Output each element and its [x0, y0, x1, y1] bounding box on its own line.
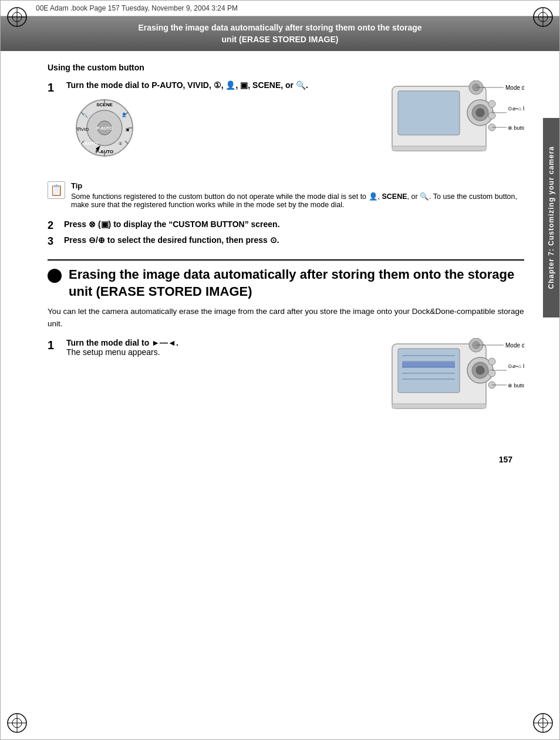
svg-point-41 — [476, 109, 484, 117]
svg-text:🔍: 🔍 — [83, 113, 88, 118]
corner-decoration-tr — [525, 5, 555, 35]
major-section-header: Erasing the image data automatically aft… — [48, 259, 524, 300]
page-number-area: 157 — [1, 449, 559, 476]
corner-decoration-tl — [5, 5, 35, 35]
svg-rect-70 — [392, 404, 486, 408]
corner-decoration-bl — [5, 705, 35, 735]
svg-text:Mode dial: Mode dial — [505, 342, 524, 349]
svg-text:①: ① — [119, 141, 122, 146]
svg-point-67 — [488, 358, 495, 365]
svg-text:P-AUTO: P-AUTO — [97, 126, 113, 130]
corner-decoration-br — [525, 705, 555, 735]
svg-text:P-AUTO: P-AUTO — [80, 141, 98, 146]
camera-diagram-bottom: Mode dial ⊙⌀⌁⌂ buttons ⊗ button — [389, 338, 524, 429]
svg-text:⊙⌀⌁⌂ buttons: ⊙⌀⌁⌂ buttons — [508, 363, 524, 369]
step1-camera-image: Mode dial ⊙⌀⌁⌂ button ⊗ button — [310, 80, 524, 173]
camera-diagram-top: Mode dial ⊙⌀⌁⌂ button ⊗ button — [389, 80, 524, 171]
header-line2: unit (ERASE STORED IMAGE) — [48, 34, 512, 46]
file-info-bar: 00E Adam .book Page 157 Tuesday, Novembe… — [1, 1, 559, 16]
step1-text-area: 1 Turn the mode dial to P-AUTO, VIVID, ①… — [48, 80, 310, 162]
svg-text:⊙⌀⌁⌂ button: ⊙⌀⌁⌂ button — [508, 106, 524, 111]
section2-step1-number: 1 — [48, 338, 62, 352]
svg-text:Mode dial: Mode dial — [505, 85, 524, 91]
svg-rect-38 — [398, 91, 460, 135]
tip-icon: 📋 — [48, 181, 65, 199]
svg-rect-55 — [398, 349, 460, 393]
header-line1: Erasing the image data automatically aft… — [48, 22, 512, 34]
svg-rect-47 — [392, 146, 486, 151]
header-banner: Erasing the image data automatically aft… — [1, 16, 559, 51]
step1-number: 1 — [48, 80, 62, 94]
step2-content: Press ⊗ (▣) to display the “CUSTOM BUTTO… — [64, 219, 280, 229]
main-content: Using the custom button 1 Turn the mode … — [1, 51, 559, 449]
step2-number: 2 — [48, 219, 59, 232]
step1-instruction: Turn the mode dial to P-AUTO, VIVID, ①, … — [66, 80, 308, 90]
section2-description: You can let the camera automatically era… — [48, 306, 524, 330]
step3-row: 3 Press ⊖/⊕ to select the desired functi… — [48, 235, 524, 248]
step1-content: Turn the mode dial to P-AUTO, VIVID, ①, … — [66, 80, 308, 162]
section2-title: Erasing the image data automatically aft… — [69, 266, 524, 300]
tip-box: 📋 Tip Some functions registered to the c… — [48, 181, 524, 209]
step2-row: 2 Press ⊗ (▣) to display the “CUSTOM BUT… — [48, 219, 524, 232]
section-custom-button: Using the custom button 1 Turn the mode … — [48, 63, 524, 248]
step3-number: 3 — [48, 235, 59, 248]
svg-point-45 — [488, 112, 495, 119]
page-number: 157 — [499, 455, 512, 464]
step3-content: Press ⊖/⊕ to select the desired function… — [64, 235, 279, 245]
mode-dial-image: SCENE 👤 ▣ ① P-AUTO P-AUTO VIVID — [72, 96, 137, 160]
section2-camera-image: Mode dial ⊙⌀⌁⌂ buttons ⊗ button — [310, 338, 524, 429]
setup-menu-text: The setup menu appears. — [66, 347, 160, 357]
page-container: 00E Adam .book Page 157 Tuesday, Novembe… — [0, 0, 560, 740]
svg-point-44 — [488, 100, 495, 107]
tip-label: Tip — [71, 181, 524, 190]
section2-step1-content: Turn the mode dial to ►—◄. The setup men… — [66, 338, 178, 357]
svg-point-68 — [488, 370, 495, 377]
step1-row: 1 Turn the mode dial to P-AUTO, VIVID, ①… — [48, 80, 524, 173]
svg-rect-61 — [402, 362, 455, 367]
section1-subtitle: Using the custom button — [48, 63, 524, 72]
file-info-text: 00E Adam .book Page 157 Tuesday, Novembe… — [36, 4, 238, 12]
svg-text:⊗ button: ⊗ button — [508, 125, 524, 131]
section2-step1-text: 1 Turn the mode dial to ►—◄. The setup m… — [48, 338, 310, 429]
svg-text:⊗ button: ⊗ button — [508, 383, 524, 388]
tip-text: Some functions registered to the custom … — [71, 192, 524, 209]
section-erase-stored-image: Erasing the image data automatically aft… — [48, 259, 524, 429]
section-bullet — [48, 269, 62, 283]
tip-content: Tip Some functions registered to the cus… — [71, 181, 524, 209]
svg-point-64 — [476, 366, 484, 374]
section2-step1-row: 1 Turn the mode dial to ►—◄. The setup m… — [48, 338, 524, 429]
